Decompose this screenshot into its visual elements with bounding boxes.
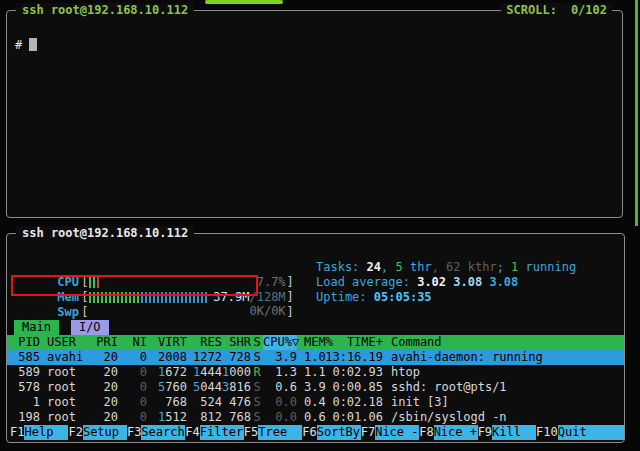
fkey-setup[interactable]: F2Setup <box>68 425 126 440</box>
column-header-time[interactable]: TIME+ <box>325 335 383 350</box>
swap-meter-bars: 0K/0K <box>89 305 287 318</box>
prompt-char: # <box>15 38 22 52</box>
swap-meter-label: Swp <box>57 305 81 320</box>
bottom-pane-title: ssh root@192.168.10.112 <box>16 226 194 240</box>
scroll-value: 0/102 <box>571 3 607 17</box>
fkey-filter[interactable]: F4Filter <box>185 425 243 440</box>
fkey-tree[interactable]: F5Tree <box>244 425 302 440</box>
fkey-sortby[interactable]: F6SortBy <box>302 425 360 440</box>
column-header-ni[interactable]: NI <box>118 335 147 350</box>
top-pane-title: ssh root@192.168.10.112 <box>16 3 194 17</box>
terminal-pane-top[interactable]: ssh root@192.168.10.112 SCROLL:0/102 # <box>6 10 623 218</box>
tab-io[interactable]: I/O <box>71 320 109 335</box>
shell-prompt[interactable]: # <box>7 11 622 52</box>
fkey-nice+[interactable]: F8Nice + <box>419 425 477 440</box>
fkey-quit[interactable]: F10Quit <box>536 425 624 440</box>
tab-main[interactable]: Main <box>14 320 59 335</box>
table-row-selected[interactable]: 585avahi20020081272728S3.91.013:16.19ava… <box>7 350 624 365</box>
table-row[interactable]: 589root200167214441000R1.31.10:02.93htop <box>7 365 624 380</box>
decor-right-green-line <box>635 0 638 226</box>
column-header-user[interactable]: USER <box>40 335 91 350</box>
mem-meter: Mem[37.9M/128M] Load average: 3.02 3.08 … <box>7 275 624 290</box>
swap-meter: Swp[0K/0K] Uptime: 05:05:35 <box>7 290 624 305</box>
load-average: Load average: 3.02 3.08 3.08 <box>316 275 518 290</box>
tasks-summary: Tasks: 24, 5 thr, 62 kthr; 1 running <box>316 260 576 275</box>
htop-tab-bar: Main I/O <box>7 320 624 335</box>
column-header-shr[interactable]: SHR <box>222 335 251 350</box>
decor-top-green-line <box>205 0 283 4</box>
terminal-pane-bottom[interactable]: ssh root@192.168.10.112 CPU[7.7%] Tasks:… <box>6 233 625 443</box>
column-header-cpu[interactable]: CPU%▽ <box>263 335 297 350</box>
column-header-virt[interactable]: VIRT <box>147 335 187 350</box>
function-key-bar: F1HelpF2SetupF3SearchF4FilterF5TreeF6Sor… <box>7 425 624 440</box>
terminal-cursor <box>29 38 37 51</box>
fkey-kill[interactable]: F9Kill <box>478 425 536 440</box>
process-table: 585avahi20020081272728S3.91.013:16.19ava… <box>7 350 624 425</box>
fkey-search[interactable]: F3Search <box>127 425 185 440</box>
table-row[interactable]: 198root2001512812768S0.00.60:01.06/sbin/… <box>7 410 624 425</box>
scroll-indicator: SCROLL:0/102 <box>501 3 612 17</box>
column-header-pri[interactable]: PRI <box>91 335 118 350</box>
table-row[interactable]: 1root200768524476S0.00.40:02.18init [3] <box>7 395 624 410</box>
process-table-header: PIDUSERPRINIVIRTRESSHRSCPU%▽MEM%TIME+Com… <box>7 335 624 350</box>
scroll-label: SCROLL: <box>506 3 557 17</box>
fkey-help[interactable]: F1Help <box>10 425 68 440</box>
fkey-nice[interactable]: F7Nice - <box>361 425 419 440</box>
uptime: Uptime: 05:05:35 <box>316 290 432 305</box>
cpu-meter: CPU[7.7%] Tasks: 24, 5 thr, 62 kthr; 1 r… <box>7 260 624 275</box>
column-header-mem[interactable]: MEM% <box>297 335 325 350</box>
column-header-res[interactable]: RES <box>187 335 222 350</box>
column-header-command[interactable]: Command <box>383 335 624 350</box>
column-header-s[interactable]: S <box>251 335 263 350</box>
table-row[interactable]: 578root200576050443816S0.63.90:00.85sshd… <box>7 380 624 395</box>
